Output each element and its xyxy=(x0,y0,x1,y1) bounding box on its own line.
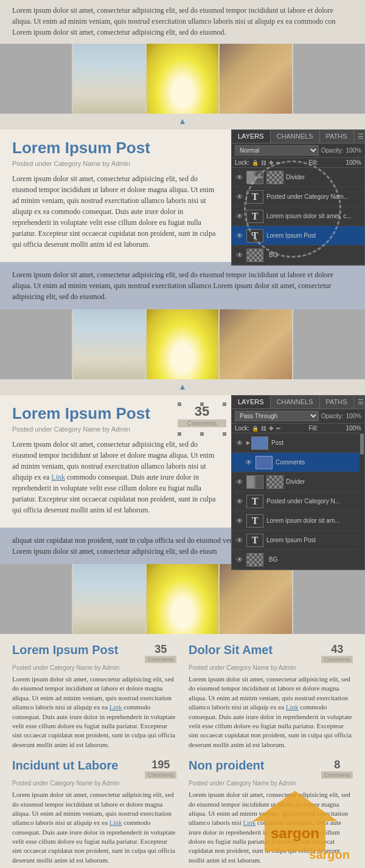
top-paragraph-section: Lorem ipsum dolor sit amet, consectetur … xyxy=(0,0,365,44)
ps-layer-bg-2[interactable]: 👁 BG xyxy=(232,550,364,570)
ps-layer-name-comments: Comments xyxy=(276,459,361,466)
ps-opacity-value-2: 100% xyxy=(346,413,361,419)
ps-layer-post-group[interactable]: 👁 ▶ Post xyxy=(232,433,364,453)
post-1-meta: Posted under Category Name by Admin xyxy=(12,160,216,167)
grid-post-d-title-row: Non proident 8 Comments xyxy=(189,759,353,779)
ps-link-icon-2: ⛓ xyxy=(261,425,266,432)
sargon-logo-svg: sargon xyxy=(240,785,350,858)
grid-post-b-meta: Posted under Category Name by Admin xyxy=(189,664,353,671)
ps-layer-text2-2[interactable]: 👁 T Lorem ipsum dolor sit am... xyxy=(232,511,364,531)
ps-eye-text3-1[interactable]: 👁 xyxy=(235,231,245,241)
img-bee-1 xyxy=(220,44,293,114)
grid-post-b-clabel: Comments xyxy=(321,656,353,663)
arrow-up-icon-1: ▲ xyxy=(178,117,187,126)
ps-tab-channels-1[interactable]: CHANNELS xyxy=(271,130,320,143)
img-bigben-3 xyxy=(293,564,365,634)
ps-move-icon-2: ✥ xyxy=(269,425,274,432)
ps-eye-post[interactable]: 👁 xyxy=(235,438,245,448)
img-bigben-1 xyxy=(293,44,365,114)
ps-blend-mode-1[interactable]: Normal xyxy=(235,145,319,156)
ps-thumb-text3-1: T xyxy=(246,229,263,243)
ps-lock-label-1: Lock: xyxy=(235,159,249,166)
ps-tab-paths-1[interactable]: PATHS xyxy=(320,130,354,143)
ps-tab-menu-1[interactable]: ☰ xyxy=(354,130,365,143)
comments-label-2: Comments xyxy=(178,419,226,427)
post-2-link[interactable]: Link xyxy=(51,473,65,481)
ps-layer-text3-1[interactable]: 👁 T Lorem Ipsum Post xyxy=(232,226,364,246)
ps-scrollbar-2[interactable] xyxy=(360,432,364,570)
ps-thumb-t3-2: T xyxy=(246,534,263,547)
ps-tab-channels-2[interactable]: CHANNELS xyxy=(271,396,320,408)
ps-eye-bg-2[interactable]: 👁 xyxy=(235,555,245,565)
rh-bl xyxy=(178,432,181,436)
grid-post-a-link[interactable]: Link xyxy=(109,703,122,711)
ps-eye-comments[interactable]: 👁 xyxy=(244,458,254,467)
ps-eye-bg-1[interactable]: 👁 xyxy=(235,250,245,260)
grid-post-a: Lorem Ipsum Post 35 Comments Posted unde… xyxy=(12,643,176,749)
ps-layer-text2-1[interactable]: 👁 T Lorem ipsum dolor sit amet, c... xyxy=(232,207,364,226)
ps-layer-name-bg-1: BG xyxy=(269,252,361,258)
ps-eye-text2-1[interactable]: 👁 xyxy=(235,212,245,221)
grid-post-a-clabel: Comments xyxy=(145,656,176,663)
ps-eye-t1-2[interactable]: 👁 xyxy=(235,497,245,506)
ps-eye-divider-1[interactable]: 👁 xyxy=(235,173,245,182)
ps-panel-2: LAYERS CHANNELS PATHS ☰ Pass Through Opa… xyxy=(231,395,365,570)
post-2-section: 35 Comments Lorem Ipsum Post Posted unde… xyxy=(0,395,365,528)
img-sky-3 xyxy=(0,564,73,634)
img-sky-2 xyxy=(0,309,73,379)
ps-fill-label-1: Fill: xyxy=(308,159,318,166)
image-strip-1 xyxy=(0,44,365,114)
arrow-up-icon-2: ▲ xyxy=(178,382,187,391)
ps-scrollbar-thumb-2[interactable] xyxy=(360,433,364,455)
ps-thumb-divider-2a xyxy=(246,475,263,489)
ps-tab-layers-2[interactable]: LAYERS xyxy=(232,396,271,408)
ps-lock-row-1: Lock: 🔒 ⛓ ✥ ✏ Fill: 100% xyxy=(232,158,364,168)
ps-layer-name-bg-2: BG xyxy=(269,556,361,563)
grid-post-c-clabel: Comments xyxy=(145,771,176,779)
ps-thumb-text2-1: T xyxy=(246,210,263,223)
grid-post-b: Dolor Sit Amet 43 Comments Posted under … xyxy=(189,643,353,749)
ps-thumb2-divider-1 xyxy=(266,171,283,184)
grid-post-b-title-row: Dolor Sit Amet 43 Comments xyxy=(189,643,353,663)
ps-lock-row-2: Lock: 🔒 ⛓ ✥ ✏ Fill: 100% xyxy=(232,424,364,433)
rh-br xyxy=(223,432,226,436)
ps-tab-layers-1[interactable]: LAYERS xyxy=(232,130,271,143)
grid-post-b-link[interactable]: Link xyxy=(286,703,299,711)
ps-layer-divider-1[interactable]: 👁 Divider xyxy=(232,168,364,187)
grid-post-c-meta: Posted under Category Name by Admin xyxy=(12,780,176,787)
sargon-watermark-overlay: sargon sargon xyxy=(240,785,350,862)
ps-layer-name-t1-2: Posted under Category N... xyxy=(266,498,361,505)
ps-link-icon: ⛓ xyxy=(261,160,266,166)
ps-eye-t3-2[interactable]: 👁 xyxy=(235,536,245,545)
ps-opacity-label-2: Opacity: xyxy=(321,413,344,419)
ps-blend-mode-2[interactable]: Pass Through xyxy=(235,411,319,421)
ps-layer-bg-1[interactable]: 👁 BG xyxy=(232,246,364,265)
ps-eye-text1-1[interactable]: 👁 xyxy=(235,192,245,202)
grid-post-d-title: Non proident xyxy=(189,759,264,773)
ps-tab-menu-2[interactable]: ☰ xyxy=(354,396,365,408)
ps-lock-icon-2: 🔒 xyxy=(252,425,259,432)
img-flower-2 xyxy=(147,309,220,379)
ps-tab-paths-2[interactable]: PATHS xyxy=(320,396,354,408)
ps-layer-comments[interactable]: 👁 Comments xyxy=(232,453,364,472)
ps-layer-name-divider-1: Divider xyxy=(286,174,361,181)
ps-thumb-bg-1 xyxy=(246,249,263,262)
grid-post-a-body: Lorem ipsum dolor sit amet, consectetur … xyxy=(12,675,176,749)
grid-post-c: Incidunt ut Labore 195 Comments Posted u… xyxy=(12,759,176,865)
grid-post-d: Non proident 8 Comments Posted under Cat… xyxy=(189,759,353,865)
image-strip-3 xyxy=(0,564,365,634)
img-bee-3 xyxy=(220,564,293,634)
grid-posts-row1: Lorem Ipsum Post 35 Comments Posted unde… xyxy=(0,634,365,749)
ps-eye-divider-2[interactable]: 👁 xyxy=(235,477,245,487)
ps-layer-text1-2[interactable]: 👁 T Posted under Category N... xyxy=(232,492,364,511)
quote-section-1: Lorem ipsum dolor sit amet, consectetur … xyxy=(0,262,365,309)
post-1-section: Lorem Ipsum Post Posted under Category N… xyxy=(0,129,365,262)
ps-lock-icon: 🔒 xyxy=(252,160,259,166)
ps-layer-divider-2[interactable]: 👁 Divider xyxy=(232,472,364,492)
ps-tabs-1: LAYERS CHANNELS PATHS ☰ xyxy=(232,130,364,143)
ps-brush-icon: ✏ xyxy=(276,160,281,166)
ps-layer-text3-2[interactable]: 👁 T Lorem Ipsum Post xyxy=(232,531,364,550)
ps-layer-text1-1[interactable]: 👁 T Posted under Category Nam... xyxy=(232,187,364,207)
ps-eye-t2-2[interactable]: 👁 xyxy=(235,516,245,526)
grid-post-c-link[interactable]: Link xyxy=(109,819,122,826)
